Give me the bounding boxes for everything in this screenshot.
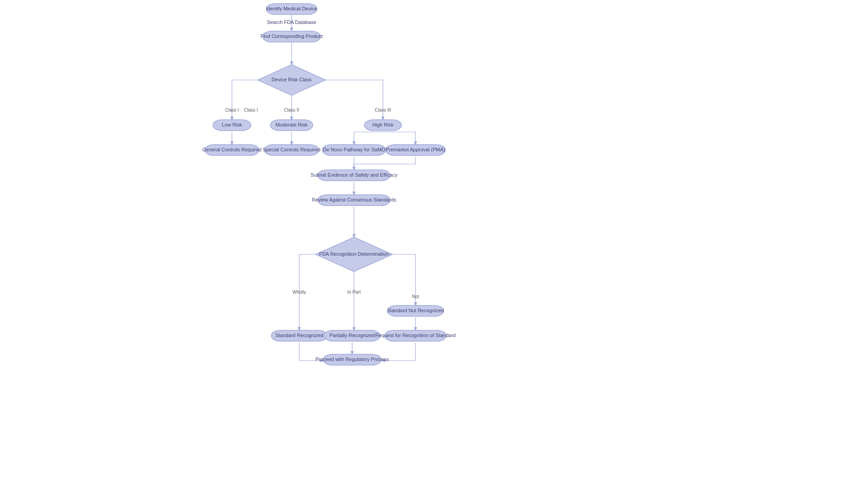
label-fda-recognition: FDA Recognition Determination [319,251,389,257]
edge-n11-n12 [354,157,415,170]
label-in-part: In Part [347,290,361,295]
label-standard-recognized: Standard Recognized [275,333,323,338]
edge-n4-n7 [309,80,383,120]
label-not: Not [412,294,419,299]
label-wholly: Wholly [292,290,306,295]
edge-n14-n15 [371,254,415,305]
label-high-risk: High Risk [372,122,394,127]
label-low-risk: Low Risk [222,122,242,127]
label-device-risk-class: Device Risk Class [272,77,312,82]
label-search-fda: Search FDA Database [267,19,316,25]
label-pma: Premarket Approval (PMA) [386,147,445,152]
label-moderate-risk: Moderate Risk [276,122,308,127]
label-request-recognition: Request for Recognition of Standard [375,333,456,338]
label-identify-medical-device: Identify Medical Device [266,6,317,11]
edge-n4-n5 [232,80,274,120]
label-class1: Class I [244,108,258,113]
label-class2: Class II [284,108,299,113]
label-review-consensus: Review Against Consensus Standards [312,197,396,202]
label-special-controls: Special Controls Required [263,147,321,152]
label-partially-recognized: Partially Recognized [330,333,375,338]
edge-n7-n10 [354,132,383,145]
label-proceed-regulatory: Proceed with Regulatory Process [316,357,389,362]
label-find-product: Find Corresponding Product [260,33,323,39]
label-de-novo: De Novo Pathway for SaMD [323,147,385,152]
label-general-controls: General Controls Required [203,147,262,152]
label-standard-not-recognized: Standard Not Recognized [387,308,444,313]
label-submit-evidence: Submit Evidence of Safety and Efficacy [311,172,397,178]
edge-n7-n11 [383,132,415,145]
label-class1: Class I [225,108,239,113]
label-class3: Class III [375,108,391,113]
